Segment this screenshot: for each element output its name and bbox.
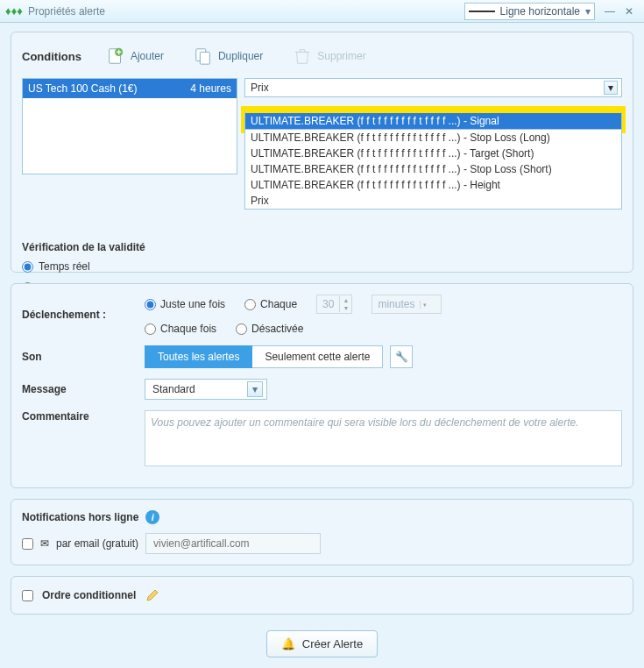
sound-only-button[interactable]: Seulement cette alerte bbox=[252, 345, 383, 368]
conditions-panel: Conditions Ajouter Dupliquer Supprimer U… bbox=[11, 32, 633, 273]
trigger-each-time[interactable]: Chaque fois bbox=[145, 323, 216, 335]
minimize-button[interactable]: — bbox=[600, 3, 619, 20]
trigger-every[interactable]: Chaque bbox=[244, 298, 297, 310]
sound-all-button[interactable]: Toutes les alertes bbox=[145, 345, 252, 368]
dropdown-option[interactable]: ULTIMATE.BREAKER (f f t f f f f f f f t … bbox=[245, 177, 621, 193]
dropdown-option[interactable]: ULTIMATE.BREAKER (f f t f f f f f f f t … bbox=[245, 113, 621, 129]
dropdown-option[interactable]: ULTIMATE.BREAKER (f f t f f f f f f f t … bbox=[245, 146, 621, 161]
dropdown-option[interactable]: ULTIMATE.BREAKER (f f t f f f f f f f t … bbox=[245, 161, 621, 177]
condition-dropdown-list[interactable]: ULTIMATE.BREAKER (f f t f f f f f f f t … bbox=[244, 110, 622, 130]
conditional-order-checkbox[interactable] bbox=[22, 590, 33, 601]
realtime-radio[interactable] bbox=[22, 261, 33, 273]
chevron-down-icon: ▾ bbox=[585, 5, 591, 18]
line-style-label: Ligne horizontale bbox=[500, 5, 580, 18]
instrument-name: US Tech 100 Cash (1€) bbox=[28, 82, 138, 95]
close-button[interactable]: ✕ bbox=[619, 3, 639, 20]
message-label: Message bbox=[22, 383, 145, 395]
instrument-list[interactable]: US Tech 100 Cash (1€) 4 heures bbox=[22, 78, 237, 174]
email-label: par email (gratuit) bbox=[56, 537, 138, 550]
add-button[interactable]: Ajouter bbox=[101, 43, 169, 69]
chevron-down-icon: ▾ bbox=[604, 81, 618, 95]
trash-icon bbox=[293, 46, 312, 66]
create-alert-button[interactable]: 🔔 Créer Alerte bbox=[266, 630, 378, 657]
email-checkbox[interactable] bbox=[22, 538, 33, 550]
notifications-panel: Notifications hors ligne i ✉ par email (… bbox=[11, 499, 633, 565]
condition-value-select[interactable]: Prix ▾ bbox=[244, 78, 622, 97]
condition-dropdown-list-continued[interactable]: ULTIMATE.BREAKER (f f t f f f f f f f t … bbox=[244, 130, 622, 210]
trigger-disabled[interactable]: Désactivée bbox=[236, 323, 303, 335]
conditional-order-panel: Ordre conditionnel bbox=[11, 576, 633, 615]
dropdown-option[interactable]: Prix bbox=[245, 193, 621, 209]
info-icon[interactable]: i bbox=[145, 510, 159, 524]
message-select[interactable]: Standard ▾ bbox=[145, 379, 267, 400]
sound-label: Son bbox=[22, 351, 145, 363]
chevron-down-icon: ▾ bbox=[247, 381, 263, 397]
message-value: Standard bbox=[152, 383, 195, 395]
chevron-down-icon[interactable]: ▾ bbox=[421, 301, 429, 309]
settings-panel: Déclenchement : Juste une fois Chaque 30… bbox=[11, 283, 633, 488]
dropdown-option[interactable]: ULTIMATE.BREAKER (f f t f f f f f f f t … bbox=[245, 130, 621, 146]
spinner-up-icon[interactable]: ▲ bbox=[340, 296, 351, 304]
duplicate-icon bbox=[194, 46, 213, 66]
duplicate-button[interactable]: Dupliquer bbox=[188, 43, 268, 69]
add-page-icon bbox=[106, 46, 125, 66]
verification-title: Vérification de la validité bbox=[22, 241, 145, 253]
sound-settings-button[interactable]: 🔧 bbox=[390, 345, 413, 368]
window-title: Propriétés alerte bbox=[28, 5, 105, 18]
app-icon: ♦♦♦ bbox=[5, 4, 23, 18]
conditional-order-label: Ordre conditionnel bbox=[42, 589, 136, 601]
condition-value-label: Prix bbox=[251, 82, 269, 94]
trigger-label: Déclenchement : bbox=[22, 309, 145, 321]
notifications-title: Notifications hors ligne bbox=[22, 511, 138, 523]
line-style-selector[interactable]: Ligne horizontale ▾ bbox=[464, 3, 595, 20]
instrument-timeframe: 4 heures bbox=[190, 82, 231, 95]
svg-rect-3 bbox=[200, 52, 209, 64]
comment-textarea[interactable]: Vous pouvez ajouter un commentaire qui s… bbox=[145, 410, 622, 466]
sound-segmented: Toutes les alertes Seulement cette alert… bbox=[145, 345, 383, 368]
trigger-every-unit[interactable]: minutes ▾ bbox=[372, 295, 442, 314]
line-preview-icon bbox=[469, 11, 495, 12]
bell-icon: 🔔 bbox=[281, 637, 295, 650]
conditions-label: Conditions bbox=[22, 50, 81, 63]
pencil-icon bbox=[145, 588, 159, 602]
edit-order-button[interactable] bbox=[145, 587, 160, 603]
delete-button: Supprimer bbox=[287, 43, 371, 69]
create-alert-label: Créer Alerte bbox=[302, 637, 363, 650]
envelope-icon: ✉ bbox=[40, 537, 49, 550]
trigger-every-value[interactable]: 30 ▲▼ bbox=[316, 295, 352, 314]
email-field[interactable] bbox=[145, 533, 321, 554]
trigger-once[interactable]: Juste une fois bbox=[145, 298, 225, 310]
instrument-item[interactable]: US Tech 100 Cash (1€) 4 heures bbox=[23, 79, 237, 98]
spinner-down-icon[interactable]: ▼ bbox=[340, 304, 351, 312]
realtime-label: Temps réel bbox=[39, 260, 90, 273]
comment-label: Commentaire bbox=[22, 410, 145, 423]
wrench-icon: 🔧 bbox=[395, 351, 408, 363]
